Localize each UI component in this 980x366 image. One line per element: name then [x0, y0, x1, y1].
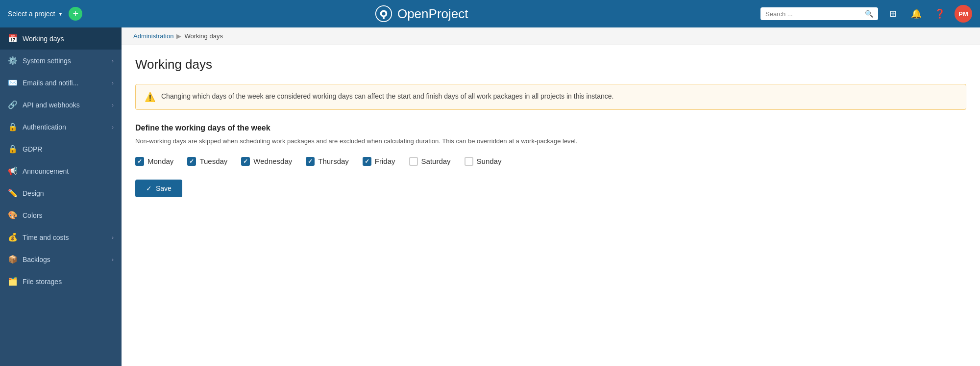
sidebar-item-backlogs[interactable]: 📦 Backlogs › — [0, 248, 122, 270]
breadcrumb-separator: ▶ — [176, 32, 181, 40]
sidebar-arrow-time-and-costs: › — [112, 235, 114, 240]
sidebar-icon-design: ✏️ — [8, 188, 18, 198]
sidebar-label-file-storages: File storages — [23, 278, 114, 286]
sidebar-label-emails-notif: Emails and notifi... — [23, 79, 107, 87]
sidebar-icon-announcement: 📢 — [8, 166, 18, 176]
day-label-saturday: Saturday — [421, 157, 451, 165]
sidebar-label-design: Design — [23, 189, 114, 197]
day-label-sunday: Sunday — [477, 157, 502, 165]
sidebar-icon-time-and-costs: 💰 — [8, 233, 18, 242]
sidebar-icon-gdpr: 🔒 — [8, 144, 18, 154]
project-selector-label: Select a project — [8, 10, 55, 18]
sidebar-icon-backlogs: 📦 — [8, 255, 18, 264]
day-item-thursday[interactable]: Thursday — [306, 157, 349, 166]
warning-icon: ⚠️ — [145, 92, 155, 103]
breadcrumb-current: Working days — [184, 32, 223, 40]
day-item-friday[interactable]: Friday — [363, 157, 395, 166]
sidebar-label-system-settings: System settings — [23, 57, 107, 65]
day-checkbox-wednesday[interactable] — [241, 157, 250, 166]
day-label-thursday: Thursday — [318, 157, 349, 165]
sidebar-label-time-and-costs: Time and costs — [23, 234, 107, 241]
page-title: Working days — [135, 57, 966, 72]
days-row: MondayTuesdayWednesdayThursdayFridaySatu… — [135, 157, 966, 166]
day-item-sunday[interactable]: Sunday — [465, 157, 502, 166]
day-item-saturday[interactable]: Saturday — [409, 157, 451, 166]
add-project-button[interactable]: + — [69, 7, 82, 21]
sidebar-label-api-webhooks: API and webhooks — [23, 101, 107, 109]
sidebar-item-emails-notif[interactable]: ✉️ Emails and notifi... › — [0, 72, 122, 94]
sidebar-item-time-and-costs[interactable]: 💰 Time and costs › — [0, 226, 122, 248]
day-checkbox-monday[interactable] — [135, 157, 144, 166]
nav-right: 🔍 ⊞ 🔔 ❓ PM — [760, 5, 972, 23]
sidebar-item-file-storages[interactable]: 🗂️ File storages — [0, 270, 122, 292]
day-label-wednesday: Wednesday — [253, 157, 292, 165]
help-icon-button[interactable]: ❓ — [931, 5, 949, 23]
day-item-monday[interactable]: Monday — [135, 157, 173, 166]
project-selector[interactable]: Select a project ▼ — [8, 10, 63, 18]
save-label: Save — [156, 184, 172, 192]
sidebar-icon-colors: 🎨 — [8, 210, 18, 220]
sidebar-arrow-api-webhooks: › — [112, 102, 114, 108]
layout: 📅 Working days ⚙️ System settings › ✉️ E… — [0, 27, 980, 366]
main-content: Administration ▶ Working days Working da… — [122, 27, 980, 366]
sidebar-label-backlogs: Backlogs — [23, 256, 107, 263]
day-label-monday: Monday — [147, 157, 173, 165]
save-button[interactable]: ✓ Save — [135, 180, 182, 197]
sidebar-label-authentication: Authentication — [23, 123, 107, 131]
sidebar-icon-working-days: 📅 — [8, 34, 18, 43]
grid-icon-button[interactable]: ⊞ — [884, 5, 902, 23]
sidebar-item-announcement[interactable]: 📢 Announcement — [0, 160, 122, 182]
sidebar-item-colors[interactable]: 🎨 Colors — [0, 204, 122, 226]
page-body: Working days ⚠️ Changing which days of t… — [122, 45, 980, 209]
sidebar-label-working-days: Working days — [23, 35, 114, 43]
day-checkbox-thursday[interactable] — [306, 157, 315, 166]
sidebar-icon-authentication: 🔒 — [8, 122, 18, 131]
top-nav: Select a project ▼ + OpenProject 🔍 ⊞ 🔔 ❓… — [0, 0, 980, 27]
sidebar-icon-emails-notif: ✉️ — [8, 78, 18, 87]
sidebar-item-system-settings[interactable]: ⚙️ System settings › — [0, 50, 122, 72]
sidebar-item-gdpr[interactable]: 🔒 GDPR — [0, 138, 122, 160]
sidebar-item-working-days[interactable]: 📅 Working days — [0, 27, 122, 50]
day-checkbox-tuesday[interactable] — [187, 157, 196, 166]
section-title: Define the working days of the week — [135, 124, 966, 132]
sidebar-label-colors: Colors — [23, 211, 114, 219]
day-item-wednesday[interactable]: Wednesday — [241, 157, 292, 166]
sidebar-item-api-webhooks[interactable]: 🔗 API and webhooks › — [0, 94, 122, 116]
search-icon: 🔍 — [865, 10, 873, 18]
project-selector-arrow: ▼ — [58, 11, 63, 17]
day-label-friday: Friday — [375, 157, 395, 165]
day-item-tuesday[interactable]: Tuesday — [187, 157, 227, 166]
sidebar-icon-system-settings: ⚙️ — [8, 56, 18, 65]
warning-banner: ⚠️ Changing which days of the week are c… — [135, 84, 966, 110]
sidebar-arrow-backlogs: › — [112, 257, 114, 262]
section-desc: Non-working days are skipped when schedu… — [135, 136, 966, 146]
day-checkbox-friday[interactable] — [363, 157, 371, 166]
sidebar-label-gdpr: GDPR — [23, 145, 114, 153]
avatar[interactable]: PM — [955, 5, 972, 23]
day-label-tuesday: Tuesday — [199, 157, 227, 165]
warning-text: Changing which days of the week are cons… — [161, 91, 613, 102]
sidebar-arrow-authentication: › — [112, 124, 114, 130]
bell-icon-button[interactable]: 🔔 — [907, 5, 925, 23]
day-checkbox-sunday[interactable] — [465, 157, 473, 166]
sidebar-item-authentication[interactable]: 🔒 Authentication › — [0, 116, 122, 138]
search-input[interactable] — [765, 10, 862, 18]
logo-text: OpenProject — [397, 6, 468, 22]
save-check-icon: ✓ — [146, 184, 152, 192]
svg-point-1 — [382, 12, 385, 15]
sidebar-label-announcement: Announcement — [23, 167, 114, 175]
day-checkbox-saturday[interactable] — [409, 157, 418, 166]
sidebar-icon-api-webhooks: 🔗 — [8, 100, 18, 109]
breadcrumb-parent[interactable]: Administration — [133, 32, 173, 40]
sidebar: 📅 Working days ⚙️ System settings › ✉️ E… — [0, 27, 122, 366]
sidebar-arrow-emails-notif: › — [112, 80, 114, 86]
openproject-logo-icon — [375, 5, 392, 23]
breadcrumb: Administration ▶ Working days — [122, 27, 980, 45]
sidebar-item-design[interactable]: ✏️ Design — [0, 182, 122, 204]
sidebar-arrow-system-settings: › — [112, 58, 114, 64]
sidebar-icon-file-storages: 🗂️ — [8, 277, 18, 286]
search-box[interactable]: 🔍 — [760, 7, 878, 20]
logo-area: OpenProject — [88, 5, 755, 23]
